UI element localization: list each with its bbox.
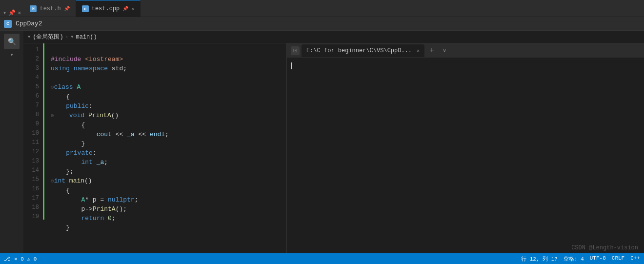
terminal-cursor bbox=[291, 62, 292, 69]
status-encoding: UTF-8 bbox=[590, 255, 606, 263]
project-icon: C bbox=[4, 20, 12, 28]
terminal-tab-bar: ⊡ E:\C for beginner\C\VS\CppD... ✕ + ∨ bbox=[287, 43, 644, 58]
terminal-content[interactable] bbox=[287, 58, 644, 253]
breadcrumb-bar: ▾ (全局范围) › ▾ main() bbox=[23, 31, 644, 43]
tab-label-test-cpp: test.cpp bbox=[92, 5, 120, 12]
breadcrumb-dropdown[interactable]: ▾ bbox=[27, 33, 31, 41]
watermark: CSDN @Length-vision bbox=[571, 244, 638, 251]
terminal-pane: ⊡ E:\C for beginner\C\VS\CppD... ✕ + ∨ bbox=[287, 43, 644, 253]
gutter bbox=[43, 43, 47, 253]
tab-label-test-h: test.h bbox=[40, 5, 60, 12]
tab-close-cpp[interactable]: ✕ bbox=[131, 6, 134, 12]
search-button[interactable]: 🔍 bbox=[4, 34, 20, 49]
breadcrumb-function-dropdown[interactable]: ▾ bbox=[70, 33, 74, 41]
code-content[interactable]: #include <iostream> using namespace std;… bbox=[47, 43, 286, 253]
status-line-col: 行 12, 列 17 bbox=[521, 255, 558, 263]
status-spaces: 空格: 4 bbox=[564, 255, 584, 263]
project-name: CppDay2 bbox=[16, 20, 42, 27]
status-git: ⎇ bbox=[4, 256, 10, 262]
terminal-tab-close[interactable]: ✕ bbox=[417, 48, 420, 54]
dropdown-arrow[interactable]: ▾ bbox=[10, 51, 13, 59]
pin-icon: 📌 bbox=[8, 9, 16, 17]
terminal-tab-label: E:\C for beginner\C\VS\CppD... bbox=[306, 47, 412, 54]
tab-pin-cpp: 📌 bbox=[122, 6, 128, 12]
code-area: 12345 678910 1112131415 16171819 #includ… bbox=[23, 43, 286, 253]
close-icon[interactable]: ✕ bbox=[18, 9, 21, 17]
chevron-down-icon: ∨ bbox=[443, 47, 446, 54]
left-sidebar: 🔍 ▾ bbox=[0, 31, 23, 253]
file-icon-cpp: C bbox=[82, 5, 89, 12]
terminal-add-button[interactable]: + bbox=[426, 45, 437, 56]
editor-container: ▾ (全局范围) › ▾ main() 12345 678910 1112131… bbox=[23, 31, 644, 253]
status-errors: ✕ 0 ⚠ 0 bbox=[14, 256, 37, 262]
editors-split: 12345 678910 1112131415 16171819 #includ… bbox=[23, 43, 644, 253]
tab-pin-h: 📌 bbox=[64, 6, 70, 12]
line-numbers: 12345 678910 1112131415 16171819 bbox=[23, 43, 43, 253]
main-area: 🔍 ▾ ▾ (全局范围) › ▾ main() bbox=[0, 31, 644, 253]
tab-test-h[interactable]: H test.h 📌 bbox=[24, 0, 76, 17]
tab-bar: ▾ 📌 ✕ H test.h 📌 C test.cpp 📌 ✕ bbox=[0, 0, 644, 17]
status-line-ending: CRLF bbox=[612, 255, 624, 263]
app-window: ▾ 📌 ✕ H test.h 📌 C test.cpp 📌 ✕ C CppDay… bbox=[0, 0, 644, 264]
terminal-file-icon: ⊡ bbox=[291, 46, 300, 55]
arrow-down-icon[interactable]: ▾ bbox=[3, 9, 6, 17]
breadcrumb-function: main() bbox=[76, 34, 97, 41]
project-bar: C CppDay2 bbox=[0, 17, 644, 31]
status-bar: ⎇ ✕ 0 ⚠ 0 行 12, 列 17 空格: 4 UTF-8 CRLF C+… bbox=[0, 253, 644, 264]
search-icon: 🔍 bbox=[8, 38, 16, 46]
code-editor[interactable]: 12345 678910 1112131415 16171819 #includ… bbox=[23, 43, 287, 253]
status-language: C++ bbox=[630, 255, 640, 263]
terminal-tab-active[interactable]: E:\C for beginner\C\VS\CppD... ✕ bbox=[302, 44, 424, 57]
tab-test-cpp[interactable]: C test.cpp 📌 ✕ bbox=[76, 0, 141, 17]
file-icon-h: H bbox=[30, 5, 37, 12]
terminal-dropdown-button[interactable]: ∨ bbox=[439, 45, 450, 56]
breadcrumb-scope: (全局范围) bbox=[33, 33, 63, 41]
status-right: 行 12, 列 17 空格: 4 UTF-8 CRLF C++ bbox=[521, 255, 640, 263]
window-controls: ▾ 📌 ✕ bbox=[0, 9, 24, 17]
breadcrumb-separator: › bbox=[65, 34, 69, 40]
